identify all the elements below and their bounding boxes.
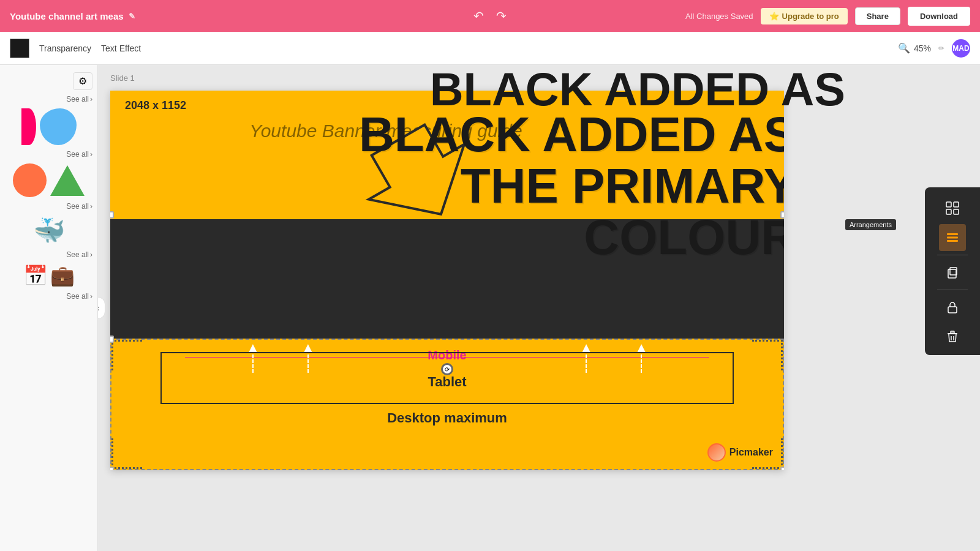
chevron-right-icon-3: › [90,202,92,211]
svg-rect-4 [946,209,951,214]
header-right-controls: All Changes Saved ⭐ Upgrade to pro Share… [685,7,970,26]
corner-bl [111,438,142,469]
toolbar: Transparency Text Effect 🔍 45% ✏ MAD [0,32,980,65]
see-all-label-1: See all [66,95,89,103]
download-label: Download [920,12,958,21]
redo-button[interactable]: ↷ [496,9,507,23]
svg-marker-1 [355,121,489,242]
shape-row-2 [5,163,92,197]
upgrade-label: Upgrade to pro [782,12,839,21]
user-avatar: MAD [952,39,970,58]
see-all-row-5[interactable]: See all › [5,292,92,301]
zoom-control[interactable]: 🔍 45% [898,42,931,54]
arrow-up-right: ▲ [635,341,648,373]
chevron-right-icon-5: › [90,292,92,301]
arrow-up-left2: ▲ [301,341,315,373]
canvas-area: Slide 1 ‹ 2048 x 1152 Youtube Banner mea… [98,65,980,551]
pink-shape[interactable] [21,108,36,145]
upgrade-button[interactable]: ⭐ Upgrade to pro [761,8,848,24]
resize-handle-right[interactable] [780,211,784,219]
see-all-label-3: See all [66,202,89,211]
slide-label: Slide 1 [110,73,135,83]
picmaker-logo: Picmaker [707,443,773,462]
panel-copy-button[interactable] [939,259,966,286]
briefcase-sticker[interactable]: 💼 [50,264,75,287]
picmaker-text: Picmaker [729,447,773,458]
slide-canvas[interactable]: 2048 x 1152 Youtube Banner measuring gui… [110,91,784,470]
arrow-up-left: ▲ [246,341,260,373]
calendar-sticker[interactable]: 📅 [23,264,48,287]
arrow-graphic [355,121,490,244]
user-initials: MAD [952,44,969,53]
svg-rect-2 [946,202,951,207]
chevron-right-icon-2: › [90,150,92,159]
share-button[interactable]: Share [855,7,900,25]
desktop-label: Desktop maximum [387,410,507,426]
arrow-up-right2: ▲ [579,341,593,373]
edit-title-icon[interactable]: ✎ [129,12,135,21]
title-text: Youtube channel art meas [10,11,124,21]
picmaker-circle-icon [707,443,726,462]
panel-layers-button[interactable] [939,224,966,251]
arrangements-tooltip: Arrangements [845,219,896,230]
canvas-top-section: 2048 x 1152 Youtube Banner measuring gui… [110,91,784,219]
svg-rect-7 [947,237,958,239]
see-all-row-4[interactable]: See all › [5,250,92,259]
svg-rect-3 [954,202,959,207]
resize-handle-br[interactable] [780,467,784,470]
text-effect-tab[interactable]: Text Effect [101,41,141,56]
zoom-icon: 🔍 [898,42,910,54]
sticker-row-1: 🐳 [5,216,92,246]
svg-rect-9 [948,269,956,278]
chevron-right-icon-4: › [90,250,92,259]
blob-shape[interactable] [40,108,77,145]
orange-circle-shape[interactable] [13,163,47,197]
collapse-sidebar-button[interactable]: ‹ [98,297,105,319]
header: Youtube channel art meas ✎ ↶ ↷ All Chang… [0,0,980,32]
svg-rect-5 [954,209,959,214]
corner-tr [752,340,783,370]
panel-delete-button[interactable] [939,323,966,350]
pen-icon: ✏ [938,44,944,53]
resize-handle-bl[interactable] [110,467,114,470]
canvas-bottom-section: Mobile ⟳ Tablet Desktop maximum ▲ ▲ [110,339,784,470]
triangle-shape[interactable] [50,165,85,196]
color-swatch[interactable] [10,39,29,58]
sidebar-filter-button[interactable]: ⚙ [73,72,92,90]
header-center-controls: ↶ ↷ [473,9,507,23]
transparency-tab[interactable]: Transparency [39,41,91,56]
see-all-label-5: See all [66,292,89,301]
svg-rect-6 [947,233,958,235]
corner-tl [111,340,142,370]
sticker-row-2: 📅 💼 [5,264,92,287]
resize-handle-left[interactable] [110,211,114,219]
panel-lock-button[interactable] [939,294,966,321]
see-all-label-2: See all [66,150,89,159]
upgrade-star-icon: ⭐ [769,12,779,21]
see-all-label-4: See all [66,250,89,259]
dimensions-text: 2048 x 1152 [125,99,186,112]
right-panel: Arrangements [925,187,980,355]
app-title: Youtube channel art meas ✎ [10,11,678,21]
svg-rect-8 [947,240,958,242]
panel-divider [937,255,968,255]
saved-status: All Changes Saved [685,12,753,21]
fish-sticker[interactable]: 🐳 [33,216,65,246]
main-layout: ⚙ See all › See all › See all › 🐳 [0,65,980,551]
see-all-row-2[interactable]: See all › [5,150,92,159]
undo-button[interactable]: ↶ [473,9,484,23]
svg-rect-11 [948,307,957,313]
download-button[interactable]: Download [908,7,970,26]
shape-row-1 [5,108,92,145]
toolbar-right: 🔍 45% ✏ MAD [898,39,970,58]
share-label: Share [867,12,889,21]
resize-handle-bottom-left[interactable] [110,335,114,343]
zoom-level: 45% [914,43,931,53]
tablet-label: Tablet [428,374,466,390]
see-all-row-3[interactable]: See all › [5,202,92,211]
see-all-row-1[interactable]: See all › [5,95,92,103]
panel-grid-button[interactable] [939,195,966,222]
sidebar: ⚙ See all › See all › See all › 🐳 [0,65,98,551]
panel-divider2 [937,290,968,290]
svg-rect-13 [951,331,954,333]
